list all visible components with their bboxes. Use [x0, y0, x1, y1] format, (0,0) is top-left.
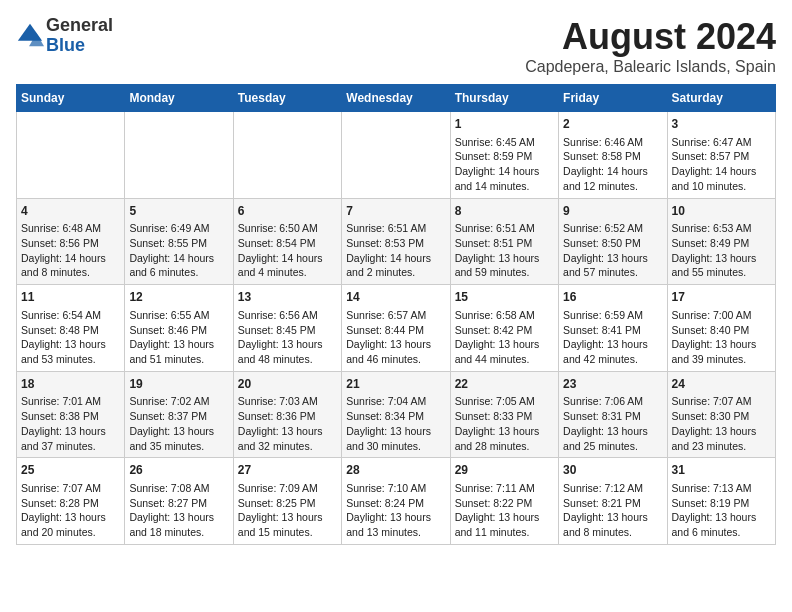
day-number: 19: [129, 376, 228, 393]
sunset-text: Sunset: 8:42 PM: [455, 323, 554, 338]
sunrise-text: Sunrise: 7:07 AM: [21, 481, 120, 496]
calendar-cell: 17Sunrise: 7:00 AMSunset: 8:40 PMDayligh…: [667, 285, 775, 372]
sunrise-text: Sunrise: 6:47 AM: [672, 135, 771, 150]
sunrise-text: Sunrise: 6:50 AM: [238, 221, 337, 236]
calendar-cell: 10Sunrise: 6:53 AMSunset: 8:49 PMDayligh…: [667, 198, 775, 285]
daylight-text: Daylight: 13 hours and 42 minutes.: [563, 337, 662, 366]
sunset-text: Sunset: 8:59 PM: [455, 149, 554, 164]
sunrise-text: Sunrise: 6:46 AM: [563, 135, 662, 150]
day-number: 3: [672, 116, 771, 133]
calendar-week-3: 11Sunrise: 6:54 AMSunset: 8:48 PMDayligh…: [17, 285, 776, 372]
sunrise-text: Sunrise: 6:51 AM: [455, 221, 554, 236]
sunset-text: Sunset: 8:58 PM: [563, 149, 662, 164]
calendar-cell: 29Sunrise: 7:11 AMSunset: 8:22 PMDayligh…: [450, 458, 558, 545]
day-number: 29: [455, 462, 554, 479]
day-number: 5: [129, 203, 228, 220]
sunrise-text: Sunrise: 6:54 AM: [21, 308, 120, 323]
daylight-text: Daylight: 14 hours and 8 minutes.: [21, 251, 120, 280]
daylight-text: Daylight: 13 hours and 46 minutes.: [346, 337, 445, 366]
sunrise-text: Sunrise: 7:04 AM: [346, 394, 445, 409]
daylight-text: Daylight: 13 hours and 18 minutes.: [129, 510, 228, 539]
day-number: 13: [238, 289, 337, 306]
sunset-text: Sunset: 8:41 PM: [563, 323, 662, 338]
calendar-cell: 31Sunrise: 7:13 AMSunset: 8:19 PMDayligh…: [667, 458, 775, 545]
daylight-text: Daylight: 13 hours and 53 minutes.: [21, 337, 120, 366]
daylight-text: Daylight: 13 hours and 37 minutes.: [21, 424, 120, 453]
daylight-text: Daylight: 13 hours and 55 minutes.: [672, 251, 771, 280]
day-number: 23: [563, 376, 662, 393]
sunrise-text: Sunrise: 6:55 AM: [129, 308, 228, 323]
daylight-text: Daylight: 13 hours and 32 minutes.: [238, 424, 337, 453]
daylight-text: Daylight: 13 hours and 8 minutes.: [563, 510, 662, 539]
calendar-cell: [125, 112, 233, 199]
sunrise-text: Sunrise: 7:09 AM: [238, 481, 337, 496]
daylight-text: Daylight: 13 hours and 59 minutes.: [455, 251, 554, 280]
daylight-text: Daylight: 14 hours and 10 minutes.: [672, 164, 771, 193]
sunrise-text: Sunrise: 6:53 AM: [672, 221, 771, 236]
sunrise-text: Sunrise: 6:45 AM: [455, 135, 554, 150]
calendar-cell: 3Sunrise: 6:47 AMSunset: 8:57 PMDaylight…: [667, 112, 775, 199]
sunset-text: Sunset: 8:57 PM: [672, 149, 771, 164]
day-number: 12: [129, 289, 228, 306]
sunset-text: Sunset: 8:31 PM: [563, 409, 662, 424]
header-monday: Monday: [125, 85, 233, 112]
calendar-cell: [17, 112, 125, 199]
calendar-cell: 16Sunrise: 6:59 AMSunset: 8:41 PMDayligh…: [559, 285, 667, 372]
day-number: 25: [21, 462, 120, 479]
day-number: 18: [21, 376, 120, 393]
calendar-cell: 30Sunrise: 7:12 AMSunset: 8:21 PMDayligh…: [559, 458, 667, 545]
calendar-week-2: 4Sunrise: 6:48 AMSunset: 8:56 PMDaylight…: [17, 198, 776, 285]
daylight-text: Daylight: 14 hours and 4 minutes.: [238, 251, 337, 280]
calendar-week-5: 25Sunrise: 7:07 AMSunset: 8:28 PMDayligh…: [17, 458, 776, 545]
sunset-text: Sunset: 8:37 PM: [129, 409, 228, 424]
sunrise-text: Sunrise: 6:52 AM: [563, 221, 662, 236]
sunset-text: Sunset: 8:21 PM: [563, 496, 662, 511]
daylight-text: Daylight: 13 hours and 51 minutes.: [129, 337, 228, 366]
calendar-cell: 11Sunrise: 6:54 AMSunset: 8:48 PMDayligh…: [17, 285, 125, 372]
calendar-cell: 13Sunrise: 6:56 AMSunset: 8:45 PMDayligh…: [233, 285, 341, 372]
header-tuesday: Tuesday: [233, 85, 341, 112]
daylight-text: Daylight: 13 hours and 28 minutes.: [455, 424, 554, 453]
sunset-text: Sunset: 8:25 PM: [238, 496, 337, 511]
day-number: 8: [455, 203, 554, 220]
sunset-text: Sunset: 8:54 PM: [238, 236, 337, 251]
calendar-week-1: 1Sunrise: 6:45 AMSunset: 8:59 PMDaylight…: [17, 112, 776, 199]
calendar-cell: 26Sunrise: 7:08 AMSunset: 8:27 PMDayligh…: [125, 458, 233, 545]
calendar-cell: [342, 112, 450, 199]
sunrise-text: Sunrise: 6:56 AM: [238, 308, 337, 323]
sunrise-text: Sunrise: 6:49 AM: [129, 221, 228, 236]
day-number: 27: [238, 462, 337, 479]
calendar-cell: 20Sunrise: 7:03 AMSunset: 8:36 PMDayligh…: [233, 371, 341, 458]
daylight-text: Daylight: 13 hours and 11 minutes.: [455, 510, 554, 539]
calendar-cell: 24Sunrise: 7:07 AMSunset: 8:30 PMDayligh…: [667, 371, 775, 458]
sunrise-text: Sunrise: 7:00 AM: [672, 308, 771, 323]
calendar-cell: 5Sunrise: 6:49 AMSunset: 8:55 PMDaylight…: [125, 198, 233, 285]
day-number: 26: [129, 462, 228, 479]
calendar-cell: 23Sunrise: 7:06 AMSunset: 8:31 PMDayligh…: [559, 371, 667, 458]
sunrise-text: Sunrise: 7:06 AM: [563, 394, 662, 409]
sunrise-text: Sunrise: 6:51 AM: [346, 221, 445, 236]
sunset-text: Sunset: 8:30 PM: [672, 409, 771, 424]
sunset-text: Sunset: 8:44 PM: [346, 323, 445, 338]
day-number: 7: [346, 203, 445, 220]
sunset-text: Sunset: 8:53 PM: [346, 236, 445, 251]
day-number: 14: [346, 289, 445, 306]
day-number: 4: [21, 203, 120, 220]
daylight-text: Daylight: 13 hours and 44 minutes.: [455, 337, 554, 366]
sunset-text: Sunset: 8:24 PM: [346, 496, 445, 511]
sunset-text: Sunset: 8:28 PM: [21, 496, 120, 511]
sunset-text: Sunset: 8:34 PM: [346, 409, 445, 424]
day-number: 1: [455, 116, 554, 133]
page-title: August 2024: [525, 16, 776, 58]
daylight-text: Daylight: 13 hours and 30 minutes.: [346, 424, 445, 453]
sunset-text: Sunset: 8:22 PM: [455, 496, 554, 511]
header-friday: Friday: [559, 85, 667, 112]
day-number: 20: [238, 376, 337, 393]
day-number: 9: [563, 203, 662, 220]
title-block: August 2024 Capdepera, Balearic Islands,…: [525, 16, 776, 76]
calendar-cell: 8Sunrise: 6:51 AMSunset: 8:51 PMDaylight…: [450, 198, 558, 285]
sunrise-text: Sunrise: 7:03 AM: [238, 394, 337, 409]
calendar-cell: 6Sunrise: 6:50 AMSunset: 8:54 PMDaylight…: [233, 198, 341, 285]
day-number: 2: [563, 116, 662, 133]
daylight-text: Daylight: 13 hours and 48 minutes.: [238, 337, 337, 366]
